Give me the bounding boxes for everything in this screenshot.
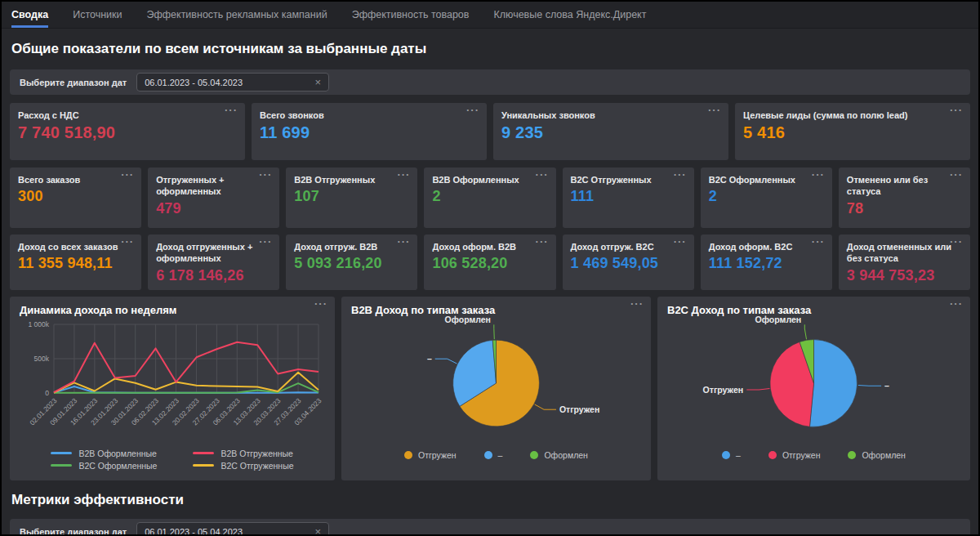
kpi-card: ···Доход отмененных или без статуса3 944…	[839, 234, 970, 290]
svg-text:500k: 500k	[34, 355, 50, 363]
legend-item[interactable]: –	[484, 450, 503, 460]
date-filter-bar-overview: Выберите диапазон дат 06.01.2023 - 05.04…	[10, 69, 970, 95]
kpi-label: Доход оформ. B2C	[709, 241, 824, 252]
card-menu-icon[interactable]: ···	[397, 168, 410, 181]
legend-item[interactable]: B2C Оформленные	[51, 459, 157, 471]
card-menu-icon[interactable]: ···	[950, 235, 963, 248]
legend-dot-swatch	[722, 451, 730, 459]
kpi-value: 111	[571, 188, 686, 205]
legend-dot-swatch	[768, 451, 777, 459]
kpi-card: ···Доход отгруж. B2C1 469 549,05	[563, 234, 694, 290]
kpi-value: 479	[156, 200, 271, 217]
kpi-card: ···Доход отгруж. B2B5 093 216,20	[286, 234, 417, 290]
card-menu-icon[interactable]: ···	[950, 297, 963, 310]
legend-item[interactable]: –	[722, 450, 741, 460]
tab-1[interactable]: Источники	[73, 2, 122, 28]
clear-date-icon[interactable]: ×	[315, 526, 322, 536]
legend-label: B2C Отгруженные	[220, 461, 293, 471]
legend-label: –	[736, 450, 741, 460]
card-menu-icon[interactable]: ···	[536, 235, 549, 248]
charts-row: ··· Динамика дохода по неделям 0500k1 00…	[10, 297, 970, 480]
card-menu-icon[interactable]: ···	[950, 104, 963, 116]
kpi-label: Уникальных звонков	[501, 109, 720, 121]
legend-item[interactable]: B2B Оформленные	[51, 447, 157, 459]
kpi-label: Всего заказов	[18, 174, 133, 185]
card-menu-icon[interactable]: ···	[314, 297, 327, 310]
svg-text:1 000k: 1 000k	[28, 320, 49, 328]
card-menu-icon[interactable]: ···	[536, 168, 549, 181]
legend-item[interactable]: Оформлен	[848, 450, 905, 460]
kpi-value: 2	[432, 188, 547, 205]
card-menu-icon[interactable]: ···	[225, 104, 238, 116]
tab-4[interactable]: Ключевые слова Яндекс.Директ	[493, 2, 646, 28]
pie-b2c-legend: –ОтгруженОформлен	[667, 450, 960, 460]
pie-b2b-title: B2B Доход по типам заказа	[351, 304, 641, 316]
card-menu-icon[interactable]: ···	[121, 168, 134, 181]
card-menu-icon[interactable]: ···	[397, 235, 410, 248]
weekly-revenue-line-chart: 0500k1 000k02.01.202309.01.202316.01.202…	[20, 318, 325, 445]
kpi-card: ···B2C Оформленных2	[701, 168, 832, 228]
card-menu-icon[interactable]: ···	[630, 297, 644, 310]
card-menu-icon[interactable]: ···	[812, 235, 825, 248]
kpi-label: B2C Оформленных	[709, 174, 824, 185]
legend-label: B2C Оформленные	[78, 461, 157, 471]
section-title-overview: Общие показатели по всем источникам за в…	[11, 41, 969, 57]
legend-label: Отгружен	[782, 450, 821, 460]
legend-item[interactable]: Отгружен	[404, 450, 457, 460]
svg-text:–: –	[884, 381, 889, 391]
tab-0[interactable]: Сводка	[11, 2, 48, 28]
date-range-input[interactable]: 06.01.2023 - 05.04.2023 ×	[136, 73, 329, 92]
tab-3[interactable]: Эффективность товаров	[352, 2, 470, 28]
legend-label: B2B Отгруженные	[220, 449, 293, 458]
legend-item[interactable]: B2B Отгруженные	[193, 447, 293, 459]
legend-item[interactable]: Отгружен	[768, 450, 821, 460]
svg-text:Отгружен: Отгружен	[559, 405, 599, 414]
card-menu-icon[interactable]: ···	[466, 104, 479, 116]
kpi-card: ···B2C Отгруженных111	[563, 168, 694, 228]
kpi-label: Доход отгруж. B2B	[294, 241, 409, 252]
kpi-card: ···Отгруженных + оформленных479	[148, 168, 279, 228]
card-menu-icon[interactable]: ···	[674, 168, 687, 181]
svg-text:Оформлен: Оформлен	[445, 315, 491, 324]
kpi-label: Доход со всех заказов	[18, 241, 133, 252]
kpi-card: ···Расход с НДС7 740 518,90	[10, 103, 245, 160]
kpi-value: 11 355 948,11	[18, 255, 133, 272]
kpi-label: Доход отгруж. B2C	[571, 241, 686, 252]
clear-date-icon[interactable]: ×	[315, 77, 322, 87]
kpi-card: ···Доход отгруженных + оформленных6 178 …	[148, 234, 279, 290]
pie-b2c-title: B2C Доход по типам заказа	[667, 304, 960, 316]
kpi-value: 3 944 753,23	[847, 267, 962, 284]
kpi-label: B2C Отгруженных	[571, 174, 686, 185]
legend-dot-swatch	[848, 451, 856, 459]
kpi-value: 111 152,72	[709, 255, 824, 272]
pie-b2b-card: ··· B2B Доход по типам заказа Отгружен–О…	[341, 297, 651, 480]
tab-2[interactable]: Эффективность рекламных кампаний	[147, 2, 327, 28]
kpi-row-totals: ···Расход с НДС7 740 518,90···Всего звон…	[10, 103, 970, 160]
kpi-value: 5 093 216,20	[294, 255, 409, 272]
legend-dot-swatch	[404, 451, 412, 459]
kpi-label: Доход оформ. B2B	[432, 241, 547, 252]
card-menu-icon[interactable]: ···	[259, 168, 272, 181]
date-range-input[interactable]: 06.01.2023 - 05.04.2023 ×	[136, 522, 329, 536]
card-menu-icon[interactable]: ···	[812, 168, 825, 181]
kpi-row-revenue: ···Доход со всех заказов11 355 948,11···…	[10, 234, 970, 290]
kpi-card: ···Доход оформ. B2C111 152,72	[701, 234, 832, 290]
date-filter-label: Выберите диапазон дат	[20, 527, 127, 536]
legend-label: Оформлен	[862, 450, 905, 460]
kpi-value: 6 178 146,26	[156, 267, 271, 284]
kpi-value: 107	[294, 188, 409, 205]
card-menu-icon[interactable]: ···	[674, 235, 687, 248]
line-chart-title: Динамика дохода по неделям	[20, 304, 325, 316]
card-menu-icon[interactable]: ···	[121, 235, 134, 248]
kpi-label: B2B Оформленных	[432, 174, 547, 185]
b2b-revenue-pie-chart: Отгружен–Оформлен	[351, 318, 641, 445]
card-menu-icon[interactable]: ···	[950, 168, 963, 181]
kpi-card: ···Всего заказов300	[10, 168, 141, 228]
b2c-revenue-pie-chart: –ОтгруженОформлен	[667, 318, 960, 445]
card-menu-icon[interactable]: ···	[708, 104, 721, 116]
card-menu-icon[interactable]: ···	[259, 235, 272, 248]
kpi-value: 11 699	[260, 123, 479, 142]
legend-item[interactable]: B2C Отгруженные	[193, 459, 293, 471]
kpi-card: ···Доход оформ. B2B106 528,20	[424, 234, 555, 290]
legend-item[interactable]: Оформлен	[530, 450, 587, 460]
